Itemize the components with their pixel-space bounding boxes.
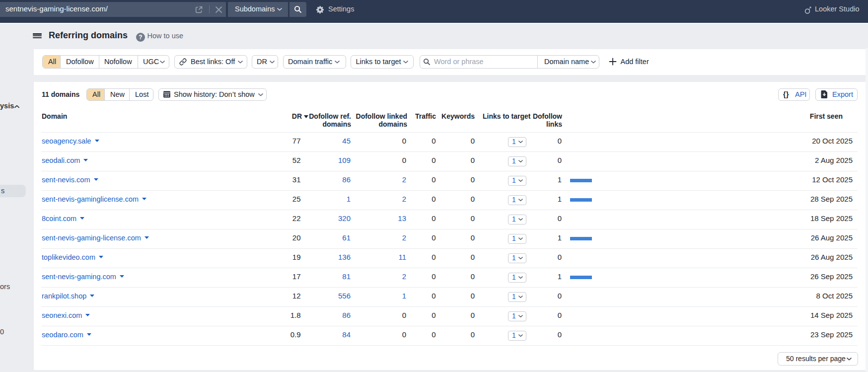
- svg-text:?: ?: [139, 34, 142, 41]
